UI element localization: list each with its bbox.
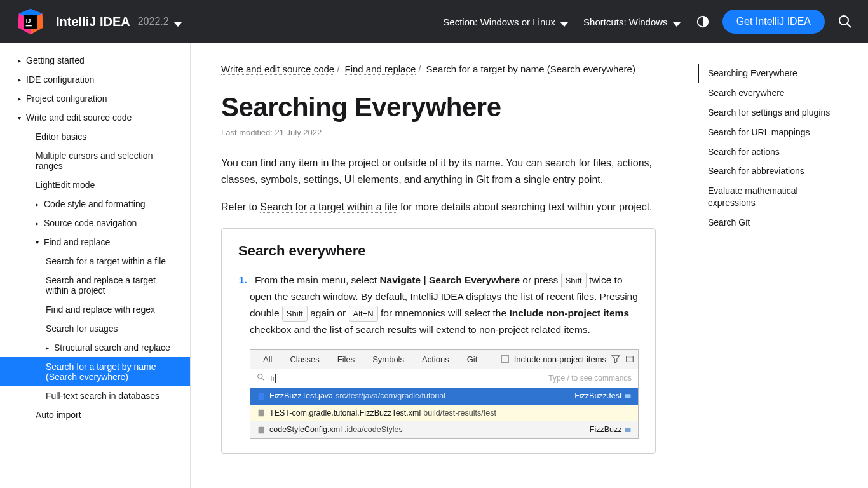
toc-item[interactable]: Search Git (698, 213, 836, 233)
chevron-down-icon (673, 18, 681, 25)
search-hint: Type / to see commands (548, 372, 632, 385)
version-dropdown-icon[interactable] (174, 18, 182, 25)
inline-link[interactable]: Search for a target within a file (260, 201, 397, 213)
sidebar-item[interactable]: Source code navigation (0, 214, 190, 233)
sidebar-item-label: Full-text search in databases (46, 391, 159, 401)
toc-item[interactable]: Search for settings and plugins (698, 103, 836, 123)
chevron-down-icon (560, 18, 568, 25)
sidebar-item-label: Getting started (26, 55, 85, 65)
sidebar-item[interactable]: Search for a target by name (Search ever… (0, 357, 190, 386)
breadcrumbs: Write and edit source code/ Find and rep… (221, 64, 656, 74)
sidebar-item[interactable]: Find and replace (0, 233, 190, 252)
search-tab: All (254, 349, 281, 370)
svg-rect-5 (26, 25, 32, 27)
svg-text:IJ: IJ (26, 18, 31, 24)
sidebar-item[interactable]: Editor basics (0, 127, 190, 146)
search-icon[interactable] (837, 14, 853, 29)
step-item: From the main menu, select Navigate | Se… (250, 272, 639, 439)
intro-paragraph: You can find any item in the project or … (221, 155, 656, 187)
file-icon (257, 426, 266, 435)
shortcuts-label: Shortcuts: Windows (583, 17, 668, 27)
svg-point-7 (839, 16, 848, 25)
search-tab: Symbols (363, 349, 413, 370)
sidebar-item[interactable]: Multiple cursors and selection ranges (0, 146, 190, 175)
sidebar-item[interactable]: Find and replace with regex (0, 300, 190, 319)
sidebar-item-label: Search for a target within a file (46, 256, 166, 266)
sidebar-item-label: Editor basics (36, 132, 86, 142)
sidebar-item[interactable]: Code style and formatting (0, 194, 190, 214)
toc-item[interactable]: Search for abbreviations (698, 161, 836, 181)
sidebar-item[interactable]: Write and edit source code (0, 108, 190, 127)
sidebar-item[interactable]: Getting started (0, 51, 190, 70)
svg-line-8 (847, 24, 851, 27)
search-query: fi (270, 372, 275, 385)
svg-rect-13 (259, 393, 264, 400)
key-alt-n: Alt+N (349, 306, 378, 322)
table-of-contents: Searching EverywhereSearch everywhereSea… (686, 43, 851, 488)
breadcrumb-link[interactable]: Write and edit source code (221, 64, 334, 75)
checkbox-icon (501, 355, 509, 363)
filter-icon (611, 355, 620, 363)
shortcuts-selector[interactable]: Shortcuts: Windows (583, 17, 681, 27)
search-everywhere-screenshot: AllClassesFilesSymbolsActionsGit Include… (250, 349, 639, 439)
sidebar-item-label: LightEdit mode (36, 180, 95, 190)
result-row: FizzBuzzTest.java src/test/java/com/grad… (250, 388, 638, 405)
sidebar-item-label: Code style and formatting (44, 199, 146, 209)
svg-point-11 (258, 374, 262, 378)
svg-rect-16 (259, 427, 264, 434)
sidebar-nav: Getting startedIDE configurationProject … (0, 43, 191, 488)
toc-item[interactable]: Evaluate mathematical expressions (698, 181, 836, 213)
page-title: Searching Everywhere (221, 92, 656, 123)
main-content: Write and edit source code/ Find and rep… (191, 43, 686, 488)
svg-rect-17 (625, 428, 631, 432)
search-tab: Git (458, 349, 487, 370)
sidebar-item[interactable]: LightEdit mode (0, 175, 190, 194)
sidebar-item-label: Write and edit source code (26, 112, 132, 123)
key-shift: Shift (561, 273, 587, 288)
sidebar-item-label: Find and replace with regex (46, 304, 155, 315)
file-icon (257, 392, 266, 401)
sidebar-item-label: Search for usages (46, 323, 118, 334)
svg-line-12 (262, 378, 264, 380)
product-name[interactable]: IntelliJ IDEA (56, 15, 130, 29)
procedure-section: Search everywhere From the main menu, se… (221, 228, 656, 454)
open-window-icon (625, 355, 634, 363)
toc-item[interactable]: Search for URL mappings (698, 123, 836, 142)
svg-rect-15 (259, 410, 264, 417)
version-label: 2022.2 (138, 16, 169, 27)
svg-rect-9 (627, 356, 634, 362)
sidebar-item-label: Find and replace (44, 237, 110, 247)
theme-toggle-icon[interactable] (696, 15, 710, 29)
search-tab: Classes (281, 349, 328, 370)
section-label: Section: Windows or Linux (443, 17, 555, 27)
sidebar-item[interactable]: Search and replace a target within a pro… (0, 271, 190, 300)
breadcrumb-link[interactable]: Find and replace (345, 64, 416, 75)
sidebar-item[interactable]: Project configuration (0, 89, 190, 108)
sidebar-item[interactable]: Full-text search in databases (0, 386, 190, 405)
result-row: TEST-com.gradle.tutorial.FizzBuzzTest.xm… (250, 405, 638, 422)
search-tab: Files (329, 349, 363, 370)
toc-item[interactable]: Search everywhere (698, 83, 836, 103)
svg-rect-14 (625, 394, 631, 398)
toc-item[interactable]: Search for actions (698, 142, 836, 162)
top-header: IJ IntelliJ IDEA 2022.2 Section: Windows… (0, 0, 868, 43)
product-logo[interactable]: IJ (15, 6, 46, 37)
sidebar-item[interactable]: Structural search and replace (0, 338, 190, 357)
section-selector[interactable]: Section: Windows or Linux (443, 17, 568, 27)
section-heading: Search everywhere (238, 243, 639, 259)
sidebar-item[interactable]: Search for a target within a file (0, 252, 190, 271)
sidebar-item[interactable]: Search for usages (0, 319, 190, 338)
sidebar-item-label: Auto import (36, 410, 81, 420)
result-row: codeStyleConfig.xml .idea/codeStylesFizz… (250, 421, 638, 438)
search-tab: Actions (413, 349, 458, 370)
sidebar-item-label: Search for a target by name (Search ever… (46, 362, 180, 382)
sidebar-item[interactable]: IDE configuration (0, 70, 190, 89)
breadcrumb-current: Search for a target by name (Search ever… (426, 64, 635, 74)
get-ide-button[interactable]: Get IntelliJ IDEA (722, 10, 825, 34)
sidebar-item[interactable]: Auto import (0, 405, 190, 424)
key-shift: Shift (282, 306, 308, 322)
include-nonproject-label: Include non-project items (514, 353, 606, 366)
search-icon (257, 372, 265, 385)
toc-item[interactable]: Searching Everywhere (698, 64, 836, 83)
sidebar-item-label: Project configuration (26, 93, 107, 104)
